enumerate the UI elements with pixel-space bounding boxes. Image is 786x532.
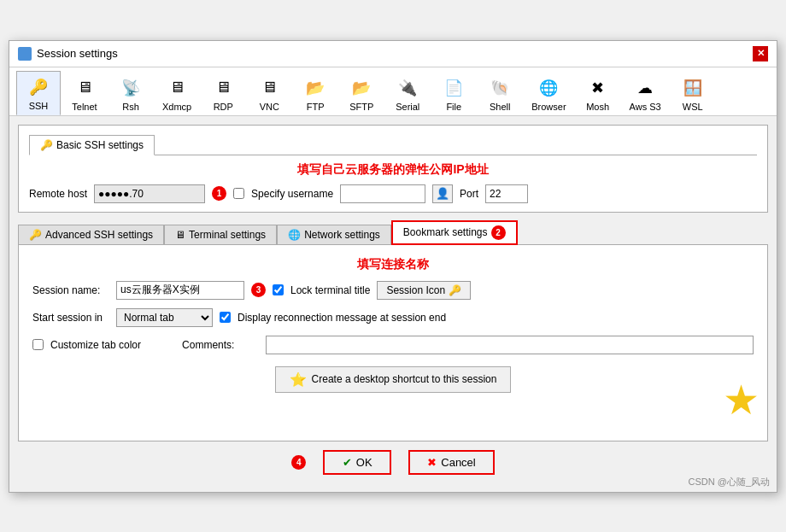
step2-badge: 2 <box>491 225 506 240</box>
ftp-icon: 📂 <box>303 76 327 100</box>
cancel-icon: ✖ <box>427 456 437 469</box>
session-icon-img: 🔑 <box>449 284 461 296</box>
main-content: 🔑 Basic SSH settings 填写自己云服务器的弹性公网IP地址 R… <box>9 116 777 492</box>
comments-input[interactable] <box>266 336 754 354</box>
session-name-label: Session name: <box>32 284 109 296</box>
basic-ssh-tab[interactable]: 🔑 Basic SSH settings <box>29 135 155 155</box>
shortcut-button[interactable]: ⭐ Create a desktop shortcut to this sess… <box>275 366 512 393</box>
start-session-row: Start session in Normal tab New window T… <box>32 308 754 327</box>
proto-tab-wsl[interactable]: 🪟 WSL <box>671 72 715 115</box>
display-reconnection-checkbox[interactable] <box>220 312 231 323</box>
rsh-icon: 📡 <box>119 76 143 100</box>
network-icon: 🌐 <box>288 229 301 241</box>
basic-ssh-section: 🔑 Basic SSH settings 填写自己云服务器的弹性公网IP地址 R… <box>18 125 768 213</box>
shortcut-row: ⭐ Create a desktop shortcut to this sess… <box>32 366 754 393</box>
app-icon <box>18 47 32 61</box>
basic-ssh-tab-icon: 🔑 <box>40 139 53 151</box>
proto-tab-rsh[interactable]: 📡 Rsh <box>109 72 153 115</box>
wsl-icon: 🪟 <box>681 76 705 100</box>
protocol-tabs-bar: 🔑 SSH 🖥 Telnet 📡 Rsh 🖥 Xdmcp 🖥 RDP 🖥 VNC… <box>9 67 777 116</box>
awss3-icon: ☁ <box>633 76 657 100</box>
serial-icon: 🔌 <box>396 76 419 100</box>
remote-host-input[interactable] <box>94 184 205 203</box>
username-input[interactable] <box>340 184 425 203</box>
telnet-icon: 🖥 <box>73 76 97 100</box>
specify-username-label: Specify username <box>251 188 333 200</box>
tab-bookmark[interactable]: Bookmark settings 2 <box>391 220 518 245</box>
customize-comments-row: Customize tab color Comments: <box>32 336 754 354</box>
session-settings-dialog: Session settings ✕ 🔑 SSH 🖥 Telnet 📡 Rsh … <box>9 40 777 493</box>
tab-network[interactable]: 🌐 Network settings <box>277 225 391 244</box>
bookmark-settings-content: 填写连接名称 Session name: 3 Lock terminal tit… <box>18 245 768 441</box>
settings-tabs-bar: 🔑 Advanced SSH settings 🖥 Terminal setti… <box>18 219 768 245</box>
proto-tab-vnc[interactable]: 🖥 VNC <box>247 72 291 115</box>
sftp-icon: 📂 <box>349 76 373 100</box>
proto-tab-awss3[interactable]: ☁ Aws S3 <box>622 72 669 115</box>
start-session-select[interactable]: Normal tab New window Tabbed window <box>116 308 213 327</box>
ok-button[interactable]: ✔ OK <box>323 450 391 475</box>
shortcut-star-icon: ⭐ <box>290 371 307 388</box>
session-name-row: Session name: 3 Lock terminal title Sess… <box>32 281 754 300</box>
step1-badge: 1 <box>212 186 226 201</box>
port-label: Port <box>460 188 478 200</box>
proto-tab-ftp[interactable]: 📂 FTP <box>293 72 337 115</box>
start-session-label: Start session in <box>32 312 109 324</box>
basic-ssh-tab-bar: 🔑 Basic SSH settings <box>29 134 757 155</box>
shell-icon: 🐚 <box>488 76 512 100</box>
proto-tab-telnet[interactable]: 🖥 Telnet <box>62 72 107 115</box>
customize-tab-color-label: Customize tab color <box>50 339 141 351</box>
advanced-ssh-icon: 🔑 <box>29 229 42 241</box>
file-icon: 📄 <box>442 76 466 100</box>
proto-tab-mosh[interactable]: ✖ Mosh <box>576 72 620 115</box>
mosh-icon: ✖ <box>586 76 610 100</box>
terminal-icon: 🖥 <box>175 229 185 241</box>
display-reconnection-label: Display reconnection message at session … <box>238 312 446 324</box>
settings-section: 🔑 Advanced SSH settings 🖥 Terminal setti… <box>18 219 768 441</box>
xdmcp-icon: 🖥 <box>165 76 189 100</box>
lock-terminal-label: Lock terminal title <box>290 284 370 296</box>
proto-tab-serial[interactable]: 🔌 Serial <box>385 72 430 115</box>
specify-username-checkbox[interactable] <box>233 188 244 199</box>
customize-tab-color-checkbox[interactable] <box>32 339 44 350</box>
lock-terminal-checkbox[interactable] <box>273 284 284 295</box>
tab-terminal[interactable]: 🖥 Terminal settings <box>164 225 277 244</box>
proto-tab-ssh[interactable]: 🔑 SSH <box>16 71 61 115</box>
vnc-icon: 🖥 <box>257 76 281 100</box>
watermark: CSDN @心随_风动 <box>688 476 770 488</box>
remote-host-row: Remote host 1 Specify username 👤 Port <box>29 184 757 203</box>
dialog-title: Session settings <box>37 47 118 60</box>
proto-tab-xdmcp[interactable]: 🖥 Xdmcp <box>155 72 199 115</box>
close-button[interactable]: ✕ <box>753 46 768 61</box>
cancel-button[interactable]: ✖ Cancel <box>408 450 494 475</box>
annotation-2: 填写连接名称 <box>32 257 754 272</box>
proto-tab-shell[interactable]: 🐚 Shell <box>478 72 522 115</box>
annotation-1: 填写自己云服务器的弹性公网IP地址 <box>29 162 757 178</box>
comments-label: Comments: <box>182 339 259 351</box>
username-icon-btn[interactable]: 👤 <box>432 184 453 203</box>
proto-tab-rdp[interactable]: 🖥 RDP <box>201 72 245 115</box>
title-bar: Session settings ✕ <box>9 41 777 67</box>
proto-tab-file[interactable]: 📄 File <box>431 72 476 115</box>
rdp-icon: 🖥 <box>211 76 235 100</box>
port-input[interactable] <box>485 184 528 203</box>
proto-tab-browser[interactable]: 🌐 Browser <box>524 72 573 115</box>
bottom-bar: 4 ✔ OK ✖ Cancel <box>18 441 768 483</box>
browser-icon: 🌐 <box>537 76 560 100</box>
session-name-input[interactable] <box>116 281 244 300</box>
step4-badge: 4 <box>291 455 306 470</box>
proto-tab-sftp[interactable]: 📂 SFTP <box>339 72 384 115</box>
remote-host-label: Remote host <box>29 188 87 200</box>
tab-advanced-ssh[interactable]: 🔑 Advanced SSH settings <box>18 225 164 244</box>
session-icon-button[interactable]: Session Icon 🔑 <box>377 281 471 300</box>
step3-badge: 3 <box>251 283 266 297</box>
ssh-icon: 🔑 <box>26 75 50 99</box>
ok-icon: ✔ <box>343 456 352 469</box>
